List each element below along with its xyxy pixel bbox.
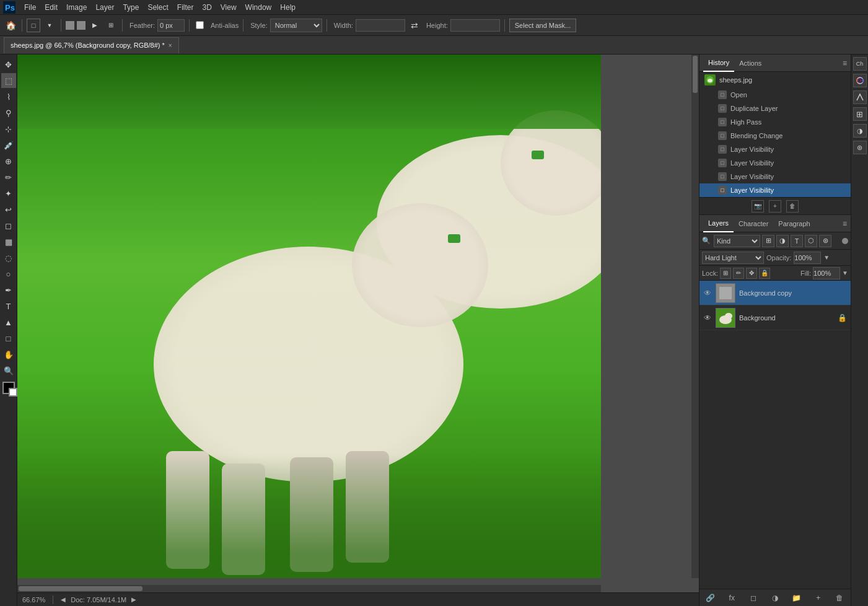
character-tab[interactable]: Character [734,215,773,232]
home-button[interactable]: 🏠 [4,19,17,32]
gradient-tool[interactable]: ▦ [1,234,16,249]
channels-panel-button[interactable] [853,74,867,87]
filter-shape-button[interactable]: ⬡ [805,235,817,247]
filter-adjust-button[interactable]: ◑ [776,235,789,247]
opacity-arrow[interactable]: ▼ [823,254,830,261]
channels-icon-button[interactable]: Ch [853,57,867,71]
spot-heal-tool[interactable]: ⊕ [1,154,16,169]
filter-type-button[interactable]: T [791,235,803,247]
pen-tool[interactable]: ✒ [1,283,16,297]
menu-window[interactable]: Window [241,2,276,13]
width-input[interactable] [356,19,405,32]
menu-type[interactable]: Type [118,2,143,13]
actions-tab[interactable]: Actions [734,55,766,72]
zoom-tool[interactable]: 🔍 [1,363,16,378]
fill-arrow[interactable]: ▼ [842,270,848,276]
layers-icon-button[interactable]: ⊞ [853,107,867,121]
path-select-tool[interactable]: ▲ [1,315,16,330]
lasso-tool[interactable]: ⌇ [1,89,16,104]
scrollbar-thumb-h[interactable] [19,586,142,591]
feather-input[interactable] [157,19,185,32]
history-create-layer-button[interactable]: + [769,200,781,213]
add-style-button[interactable]: fx [726,592,738,604]
paragraph-tab[interactable]: Paragraph [773,215,815,232]
history-item-open[interactable]: □ Open [699,88,851,102]
menu-help[interactable]: Help [276,2,300,13]
history-item-visibility4[interactable]: □ Layer Visibility [699,183,851,197]
vertical-scrollbar[interactable] [691,55,699,578]
layers-tab[interactable]: Layers [703,215,734,232]
blur-tool[interactable]: ◌ [1,250,16,265]
extra-button[interactable]: ⊞ [104,19,118,32]
foreground-color[interactable] [2,382,15,394]
clone-stamp-tool[interactable]: ✦ [1,186,16,201]
hand-tool[interactable]: ✋ [1,347,16,362]
menu-image[interactable]: Image [62,2,91,13]
quick-select-tool[interactable]: ⚲ [1,105,16,120]
adjustments-icon-button[interactable]: ◑ [853,124,867,138]
eraser-tool[interactable]: ◻ [1,218,16,233]
background-color[interactable] [9,388,17,397]
next-button[interactable]: ▶ [131,596,136,603]
filter-smart-button[interactable]: ⊛ [819,235,831,247]
lock-pixels-button[interactable]: ⊞ [720,268,731,279]
fill-input[interactable] [813,267,840,279]
styles-icon-button[interactable]: ⊛ [853,141,867,154]
history-item-highpass[interactable]: □ High Pass [699,115,851,129]
lock-all-button[interactable]: 🔒 [759,268,770,279]
kind-select[interactable]: Kind [714,235,760,247]
stop-button[interactable] [66,21,74,30]
marquee-rect-button[interactable]: □ [27,19,40,32]
menu-edit[interactable]: Edit [40,2,62,13]
play-button[interactable]: ▶ [88,19,102,32]
document-tab[interactable]: sheeps.jpg @ 66,7% (Background copy, RGB… [4,37,179,53]
marquee-tool[interactable]: ⬚ [1,73,16,88]
menu-3d[interactable]: 3D [198,2,216,13]
new-group-button[interactable]: 📁 [791,592,803,604]
history-menu-button[interactable]: ≡ [843,59,847,68]
link-layers-button[interactable]: 🔗 [704,592,716,604]
crop-tool[interactable]: ⊹ [1,121,16,136]
antialias-checkbox[interactable] [196,21,204,29]
filter-toggle[interactable] [842,238,848,244]
menu-filter[interactable]: Filter [173,2,198,13]
height-input[interactable] [450,19,500,32]
menu-select[interactable]: Select [143,2,172,13]
layer-item-background-copy[interactable]: 👁 Background copy [699,281,851,305]
type-tool[interactable]: T [1,299,16,314]
prev-button[interactable]: ◀ [61,596,66,603]
shape-tool[interactable]: □ [1,331,16,346]
style-select[interactable]: Normal Fixed Ratio Fixed Size [270,19,322,32]
canvas-scroll[interactable] [17,55,699,592]
record-button[interactable] [77,21,85,30]
layer-item-background[interactable]: 👁 Background 🔒 [699,305,851,330]
new-layer-button[interactable]: + [812,592,825,604]
select-mask-button[interactable]: Select and Mask... [509,19,577,32]
move-tool[interactable]: ✥ [1,57,16,72]
new-adjustment-button[interactable]: ◑ [769,592,781,604]
history-tab[interactable]: History [703,55,734,72]
scrollbar-thumb-v[interactable] [693,56,698,93]
add-mask-button[interactable]: ◻ [747,592,760,604]
brush-tool[interactable]: ✏ [1,170,16,185]
menu-view[interactable]: View [216,2,241,13]
lock-draw-button[interactable]: ✏ [733,268,744,279]
history-item-blending[interactable]: □ Blending Change [699,129,851,143]
history-item-visibility2[interactable]: □ Layer Visibility [699,156,851,170]
filter-pixel-button[interactable]: ⊞ [762,235,774,247]
history-file-item[interactable]: sheeps.jpg [699,72,851,88]
lock-move-button[interactable]: ✥ [746,268,757,279]
opacity-input[interactable] [794,252,821,264]
history-item-duplicate[interactable]: □ Duplicate Layer [699,102,851,115]
history-item-visibility3[interactable]: □ Layer Visibility [699,170,851,183]
history-delete-button[interactable]: 🗑 [786,200,799,213]
layers-menu-button[interactable]: ≡ [843,219,847,228]
delete-layer-button[interactable]: 🗑 [833,592,846,604]
blend-mode-select[interactable]: Hard Light [702,252,764,264]
tab-close-button[interactable]: × [169,42,172,49]
dodge-tool[interactable]: ○ [1,266,16,281]
menu-file[interactable]: File [20,2,40,13]
menu-layer[interactable]: Layer [91,2,118,13]
marquee-options-button[interactable]: ▼ [43,19,56,32]
history-brush-tool[interactable]: ↩ [1,202,16,217]
